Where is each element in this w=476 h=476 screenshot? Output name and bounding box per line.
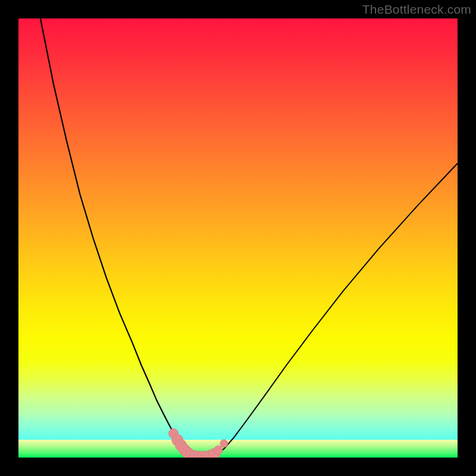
marker-group	[168, 428, 228, 458]
curve-layer	[18, 18, 458, 458]
chart-frame: TheBottleneck.com	[0, 0, 476, 476]
plot-area	[18, 18, 458, 458]
watermark-text: TheBottleneck.com	[362, 2, 471, 17]
left-curve	[40, 18, 191, 457]
data-marker	[214, 446, 223, 455]
data-marker	[220, 440, 228, 447]
right-curve	[214, 164, 458, 458]
